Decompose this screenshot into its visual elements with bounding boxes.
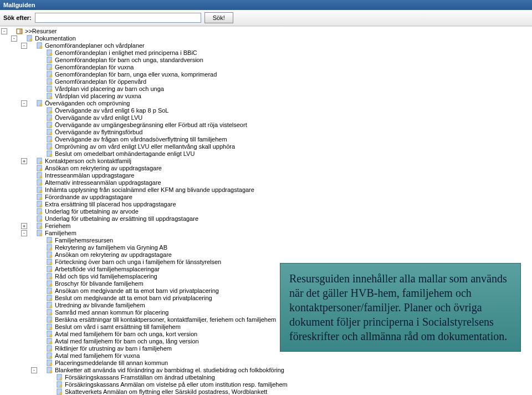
tree-folder[interactable]: ->>Resurser: [1, 28, 532, 35]
tree-item[interactable]: Vårdplan vid placering av barn och unga: [1, 85, 532, 93]
tree-item[interactable]: Ansökan om rekrytering av uppdragstagare: [1, 251, 532, 259]
tree-item[interactable]: Övervägande av umgängesbegränsning eller…: [1, 121, 532, 129]
tree-item[interactable]: Övervägande av vård enligt LVU: [1, 114, 532, 121]
tree-connector: [31, 288, 37, 294]
tree-item[interactable]: Genomförandeplan för vuxna: [1, 64, 532, 71]
tree-label: Familjehemsresursen: [55, 237, 113, 244]
tree-folder[interactable]: -Familjehem: [1, 230, 532, 237]
tree-folder[interactable]: -Dokumentation: [1, 35, 532, 42]
search-input[interactable]: [35, 13, 201, 23]
svg-point-89: [50, 349, 52, 351]
document-icon: [46, 266, 54, 273]
collapse-icon[interactable]: -: [21, 100, 27, 107]
expand-icon[interactable]: +: [21, 223, 27, 229]
collapse-icon[interactable]: -: [31, 367, 37, 373]
tree-label: Övervägande av flyttningsförbud: [55, 129, 142, 136]
tree-item[interactable]: Genomförandeplan för öppenvård: [1, 78, 532, 85]
svg-point-73: [50, 291, 52, 293]
tree-item[interactable]: Avtal med familjehem för vuxna: [1, 352, 532, 359]
tree-connector: [21, 216, 27, 222]
tree-item[interactable]: Övervägande av vård enligt 6 kap 8 p SoL: [1, 107, 532, 114]
tree-folder[interactable]: +Kontaktperson och kontaktfamilj: [1, 158, 532, 165]
tree-item[interactable]: Omprövning av om vård enligt LVU eller m…: [1, 143, 532, 150]
tree-connector: [31, 317, 37, 323]
tree-connector: [31, 57, 37, 63]
svg-point-63: [50, 255, 52, 257]
expand-icon[interactable]: +: [21, 158, 27, 164]
tree-item[interactable]: Skatteverkets Anmälan om flyttning eller…: [1, 388, 532, 395]
tree-folder[interactable]: -Genomförandeplaner och vårdplaner: [1, 42, 532, 49]
collapse-icon[interactable]: -: [21, 230, 27, 236]
tree-connector: [21, 165, 27, 171]
tree-item[interactable]: Underlag för utbetalning av arvode: [1, 208, 532, 215]
tree-item[interactable]: Vårdplan vid placering av vuxna: [1, 93, 532, 100]
tree-label: Ansökan om medgivande att ta emot barn v…: [55, 287, 219, 295]
document-icon: [46, 244, 54, 251]
document-icon: [46, 93, 54, 100]
tree-item[interactable]: Beslut om omedelbart omhändertagande enl…: [1, 150, 532, 158]
tree-label: Arbetsflöde vid familjehemsplaceringar: [55, 266, 160, 273]
document-icon: [46, 273, 54, 280]
tree-connector: [31, 338, 37, 345]
tree-item[interactable]: Placeringsmeddelande till annan kommun: [1, 359, 532, 367]
document-icon: [36, 158, 44, 165]
tree-label: Familjehem: [45, 230, 76, 237]
tree-connector: [21, 173, 27, 179]
tree-item[interactable]: Förordnande av uppdragstagare: [1, 194, 532, 201]
tree-item[interactable]: Intresseanmälan uppdragstagare: [1, 172, 532, 179]
tree-connector: [31, 281, 37, 287]
collapse-icon[interactable]: -: [1, 28, 7, 34]
svg-point-95: [50, 371, 52, 373]
tree-connector: [31, 237, 37, 244]
document-icon: [36, 165, 44, 172]
tree-item[interactable]: Genomförandeplan för barn, unga eller vu…: [1, 71, 532, 78]
tree-item[interactable]: Rekrytering av familjehem via Gryning AB: [1, 244, 532, 251]
tree-item[interactable]: Underlag för utbetalning av ersättning t…: [1, 215, 532, 222]
tree-label: Underlag för utbetalning av arvode: [45, 208, 139, 215]
tree-connector: [31, 79, 37, 85]
tree-item[interactable]: Extra ersättning till placerad hos uppdr…: [1, 201, 532, 208]
tree-item[interactable]: Övervägande av flyttningsförbud: [1, 129, 532, 136]
tree-connector: [31, 302, 37, 308]
tree-connector: [31, 245, 37, 251]
search-button[interactable]: Sök!: [204, 12, 233, 23]
document-icon: [46, 85, 54, 93]
tree-connector: [31, 64, 37, 70]
tree-item[interactable]: Alternativ intresseanmälan uppdragstagar…: [1, 179, 532, 186]
tree-item[interactable]: Genomförandeplan för barn och unga, stan…: [1, 57, 532, 64]
search-bar: Sök efter: Sök!: [0, 10, 532, 26]
tree-area: ->>Resurser-Dokumentation-Genomförandepl…: [0, 26, 532, 395]
svg-point-65: [50, 262, 52, 265]
tree-label: Försäkringskassans Anmälan om vistelse p…: [65, 381, 288, 388]
tree-connector: [31, 122, 37, 128]
tree-label: Genomförandeplan för barn, unga eller vu…: [55, 71, 217, 78]
tree-folder[interactable]: -Överväganden och omprövning: [1, 100, 532, 107]
svg-point-83: [50, 327, 52, 330]
document-icon: [46, 78, 54, 85]
document-icon: [46, 64, 54, 71]
document-icon: [46, 237, 54, 244]
tree-connector: [41, 389, 47, 395]
tree-folder[interactable]: +Feriehem: [1, 222, 532, 230]
tree-label: Genomförandeplan för barn och unga, stan…: [55, 57, 203, 64]
svg-point-35: [50, 154, 52, 156]
collapse-icon[interactable]: -: [21, 43, 27, 49]
title-text: Mallguiden: [3, 2, 35, 8]
tree-connector: [31, 331, 37, 337]
tree-item[interactable]: Genomförandeplan i enlighet med principe…: [1, 49, 532, 57]
svg-point-19: [50, 97, 52, 99]
collapse-icon[interactable]: -: [11, 36, 17, 42]
tree-connector: [31, 324, 37, 330]
tree-item[interactable]: Familjehemsresursen: [1, 237, 532, 244]
tree-item[interactable]: Försäkringskassans Framställan om ändrad…: [1, 374, 532, 381]
tree-item[interactable]: Ansökan om rekrytering av uppdragstagare: [1, 165, 532, 172]
tree-connector: [31, 72, 37, 78]
tree-item[interactable]: Försäkringskassans Anmälan om vistelse p…: [1, 381, 532, 388]
tree-label: Utredning av blivande familjehem: [55, 302, 145, 309]
tree-label: Beslut om vård i samt ersättning till fa…: [55, 323, 181, 331]
tree-item[interactable]: Inhämta upplysning från socialnämnd elle…: [1, 186, 532, 194]
tree-folder[interactable]: -Blanketter att använda vid förändring a…: [1, 367, 532, 374]
tree-item[interactable]: Övervägande av frågan om vårdnadsöverfly…: [1, 136, 532, 143]
document-icon: [46, 251, 54, 259]
document-icon: [36, 172, 44, 179]
